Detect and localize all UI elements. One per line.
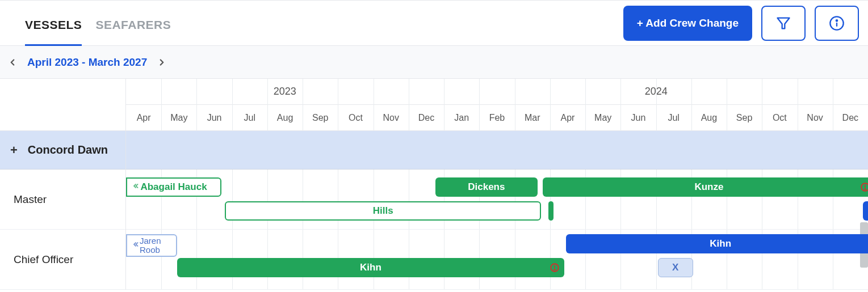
tab-seafarers[interactable]: SEAFARERS [95,5,171,45]
bar-kihn-green[interactable]: Kihn [177,258,564,277]
bar-kunze[interactable]: Kunze [543,177,868,197]
svg-point-4 [862,183,868,191]
years-row: 2023 2024 [126,79,868,105]
month-cell: Sep [303,105,338,130]
month-cell: Oct [762,105,797,130]
rank-row-master: Master [0,170,125,230]
filter-button[interactable] [761,6,806,41]
left-column: + Concord Dawn Master Chief Officer [0,79,126,290]
bar-label: X [672,262,678,273]
bar-label: Abagail Hauck [140,181,207,193]
continues-left-icon [132,240,140,251]
next-range-button[interactable] [154,54,170,70]
left-header-spacer [0,79,125,131]
month-cell: Aug [267,105,303,130]
bar-blue-right[interactable] [863,201,868,221]
info-icon [829,15,845,31]
month-cell: May [161,105,196,130]
month-cell: Oct [338,105,373,130]
date-range-label[interactable]: April 2023 - March 2027 [27,56,147,69]
month-cell: Nov [797,105,832,130]
header-bar: VESSELS SEAFARERS + Add Crew Change [0,0,868,46]
rank-row-chief-officer: Chief Officer [0,230,125,290]
tabs: VESSELS SEAFARERS [25,1,171,45]
bar-kihn-blue[interactable]: Kihn [566,234,868,253]
month-cell: May [585,105,620,130]
month-cell: Nov [374,105,409,130]
svg-point-3 [836,20,837,21]
continues-left-icon [132,181,140,193]
svg-marker-0 [778,18,790,28]
alert-icon [860,182,868,192]
chevron-left-icon [7,57,18,67]
month-cell: Jul [232,105,267,130]
month-cell: Sep [727,105,762,130]
svg-point-9 [554,269,555,270]
master-timeline-row: Abagail HauckDickensKunzeHills [126,170,868,230]
bar-label: Kunze [694,181,723,193]
month-cell: Dec [833,105,868,130]
month-cell: Jun [620,105,656,130]
expand-vessel-button[interactable]: + [10,143,18,158]
header-actions: + Add Crew Change [623,6,859,41]
alert-icon [550,263,560,273]
timeline: 2023 2024 AprMayJunJulAugSepOctNovDecJan… [126,79,868,290]
add-crew-change-button[interactable]: + Add Crew Change [623,6,752,41]
bar-label: Kihn [710,238,731,249]
month-cell: Jan [444,105,479,130]
month-cell: Aug [691,105,727,130]
vessel-row: + Concord Dawn [0,131,125,170]
bar-abagail-hauck[interactable]: Abagail Hauck [126,177,221,197]
year-cell-2023: 2023 [126,79,445,104]
month-cell: Mar [515,105,550,130]
date-range-bar: April 2023 - March 2027 [0,46,868,79]
months-row: AprMayJunJulAugSepOctNovDecJanFebMarAprM… [126,105,868,131]
bar-hills[interactable]: Hills [225,201,541,221]
month-cell: Jun [196,105,232,130]
bar-green-sliver[interactable] [548,201,553,221]
month-cell: Jul [656,105,691,130]
bar-dickens[interactable]: Dickens [435,177,538,197]
svg-point-6 [865,189,866,190]
chevron-right-icon [157,57,167,67]
year-cell-2024: 2024 [445,79,868,104]
month-cell: Apr [550,105,585,130]
vessel-name: Concord Dawn [28,143,108,156]
bar-label: Dickens [468,181,505,193]
month-cell: Apr [126,105,161,130]
bar-label: Hills [373,205,393,217]
prev-range-button[interactable] [5,54,20,70]
bar-jaren-roob[interactable]: Jaren Roob [126,234,177,257]
chief-officer-timeline-row: Jaren RoobKihnKihnX [126,230,868,290]
month-cell: Feb [479,105,514,130]
filter-icon [775,15,791,31]
tab-vessels[interactable]: VESSELS [25,5,82,45]
grid-area: + Concord Dawn Master Chief Officer 2023… [0,79,868,290]
bar-label: Kihn [360,262,381,273]
bar-x[interactable]: X [658,258,693,277]
month-cell: Dec [409,105,444,130]
info-button[interactable] [815,6,859,41]
vessel-timeline-row [126,131,868,170]
